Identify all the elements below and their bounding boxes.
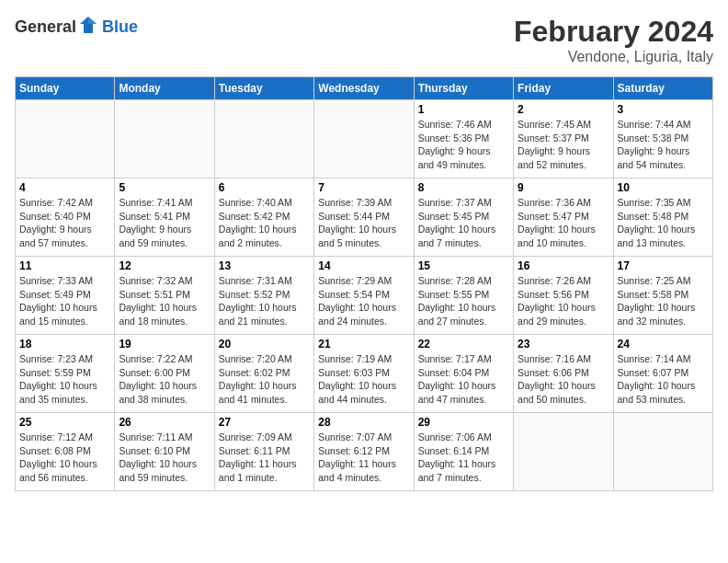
- calendar-cell: [16, 100, 115, 178]
- calendar-cell: 19Sunrise: 7:22 AMSunset: 6:00 PMDayligh…: [115, 335, 214, 413]
- calendar-week-2: 4Sunrise: 7:42 AMSunset: 5:40 PMDaylight…: [16, 178, 713, 257]
- day-info: Sunrise: 7:07 AMSunset: 6:12 PMDaylight:…: [318, 431, 409, 485]
- day-info: Sunrise: 7:17 AMSunset: 6:04 PMDaylight:…: [418, 352, 509, 407]
- calendar-cell: 27Sunrise: 7:09 AMSunset: 6:11 PMDayligh…: [214, 413, 313, 491]
- day-info: Sunrise: 7:06 AMSunset: 6:14 PMDaylight:…: [418, 431, 509, 485]
- month-title: February 2024: [514, 15, 713, 49]
- calendar-cell: 26Sunrise: 7:11 AMSunset: 6:10 PMDayligh…: [115, 413, 214, 491]
- day-info: Sunrise: 7:09 AMSunset: 6:11 PMDaylight:…: [219, 431, 310, 485]
- calendar-cell: 29Sunrise: 7:06 AMSunset: 6:14 PMDayligh…: [414, 413, 513, 491]
- weekday-header-saturday: Saturday: [613, 77, 712, 100]
- day-info: Sunrise: 7:25 AMSunset: 5:58 PMDaylight:…: [618, 274, 709, 328]
- weekday-header-row: SundayMondayTuesdayWednesdayThursdayFrid…: [16, 77, 713, 100]
- day-number: 7: [318, 181, 409, 194]
- day-info: Sunrise: 7:45 AMSunset: 5:37 PMDaylight:…: [518, 118, 609, 172]
- day-number: 25: [19, 416, 110, 429]
- day-number: 14: [318, 259, 409, 272]
- day-number: 1: [418, 103, 509, 116]
- calendar-table: SundayMondayTuesdayWednesdayThursdayFrid…: [15, 76, 713, 491]
- day-info: Sunrise: 7:19 AMSunset: 6:03 PMDaylight:…: [318, 352, 409, 407]
- calendar-cell: 11Sunrise: 7:33 AMSunset: 5:49 PMDayligh…: [16, 257, 115, 335]
- day-number: 11: [19, 259, 110, 272]
- svg-marker-1: [88, 17, 97, 24]
- calendar-cell: 24Sunrise: 7:14 AMSunset: 6:07 PMDayligh…: [613, 335, 712, 413]
- weekday-header-thursday: Thursday: [414, 77, 513, 100]
- logo-icon: [78, 15, 98, 39]
- calendar-cell: [214, 100, 313, 178]
- day-info: Sunrise: 7:46 AMSunset: 5:36 PMDaylight:…: [418, 118, 509, 172]
- calendar-cell: [514, 413, 613, 491]
- calendar-week-5: 25Sunrise: 7:12 AMSunset: 6:08 PMDayligh…: [16, 413, 713, 491]
- calendar-week-3: 11Sunrise: 7:33 AMSunset: 5:49 PMDayligh…: [16, 257, 713, 335]
- calendar-cell: 4Sunrise: 7:42 AMSunset: 5:40 PMDaylight…: [16, 178, 115, 257]
- day-info: Sunrise: 7:14 AMSunset: 6:07 PMDaylight:…: [618, 352, 709, 407]
- day-number: 23: [518, 338, 609, 350]
- day-number: 18: [19, 338, 110, 350]
- calendar-cell: 16Sunrise: 7:26 AMSunset: 5:56 PMDayligh…: [514, 257, 613, 335]
- day-info: Sunrise: 7:26 AMSunset: 5:56 PMDaylight:…: [518, 274, 609, 328]
- day-number: 20: [219, 338, 310, 350]
- day-number: 17: [618, 259, 709, 272]
- calendar-cell: 22Sunrise: 7:17 AMSunset: 6:04 PMDayligh…: [414, 335, 513, 413]
- calendar-cell: 18Sunrise: 7:23 AMSunset: 5:59 PMDayligh…: [16, 335, 115, 413]
- logo-blue: Blue: [102, 17, 138, 37]
- day-info: Sunrise: 7:41 AMSunset: 5:41 PMDaylight:…: [119, 196, 210, 250]
- calendar-cell: 28Sunrise: 7:07 AMSunset: 6:12 PMDayligh…: [314, 413, 414, 491]
- day-info: Sunrise: 7:40 AMSunset: 5:42 PMDaylight:…: [219, 196, 310, 250]
- location-subtitle: Vendone, Liguria, Italy: [514, 49, 713, 65]
- day-info: Sunrise: 7:36 AMSunset: 5:47 PMDaylight:…: [518, 196, 609, 250]
- calendar-cell: [613, 413, 712, 491]
- day-number: 8: [418, 181, 509, 194]
- weekday-header-sunday: Sunday: [16, 77, 115, 100]
- day-info: Sunrise: 7:29 AMSunset: 5:54 PMDaylight:…: [318, 274, 409, 328]
- logo-general: General: [15, 17, 76, 37]
- day-number: 15: [418, 259, 509, 272]
- day-number: 19: [119, 338, 210, 350]
- calendar-cell: [314, 100, 414, 178]
- day-info: Sunrise: 7:11 AMSunset: 6:10 PMDaylight:…: [119, 431, 210, 485]
- weekday-header-tuesday: Tuesday: [214, 77, 313, 100]
- weekday-header-monday: Monday: [115, 77, 214, 100]
- calendar-cell: 21Sunrise: 7:19 AMSunset: 6:03 PMDayligh…: [314, 335, 414, 413]
- day-info: Sunrise: 7:33 AMSunset: 5:49 PMDaylight:…: [19, 274, 110, 328]
- day-info: Sunrise: 7:39 AMSunset: 5:44 PMDaylight:…: [318, 196, 409, 250]
- calendar-week-1: 1Sunrise: 7:46 AMSunset: 5:36 PMDaylight…: [16, 100, 713, 178]
- day-info: Sunrise: 7:35 AMSunset: 5:48 PMDaylight:…: [618, 196, 709, 250]
- calendar-cell: 25Sunrise: 7:12 AMSunset: 6:08 PMDayligh…: [16, 413, 115, 491]
- day-info: Sunrise: 7:20 AMSunset: 6:02 PMDaylight:…: [219, 352, 310, 407]
- day-info: Sunrise: 7:44 AMSunset: 5:38 PMDaylight:…: [618, 118, 709, 172]
- title-block: February 2024 Vendone, Liguria, Italy: [514, 15, 713, 65]
- calendar-cell: 23Sunrise: 7:16 AMSunset: 6:06 PMDayligh…: [514, 335, 613, 413]
- day-number: 6: [219, 181, 310, 194]
- day-number: 2: [518, 103, 609, 116]
- day-info: Sunrise: 7:23 AMSunset: 5:59 PMDaylight:…: [19, 352, 110, 407]
- day-number: 16: [518, 259, 609, 272]
- day-info: Sunrise: 7:37 AMSunset: 5:45 PMDaylight:…: [418, 196, 509, 250]
- day-number: 21: [318, 338, 409, 350]
- calendar-cell: 6Sunrise: 7:40 AMSunset: 5:42 PMDaylight…: [214, 178, 313, 257]
- day-number: 12: [119, 259, 210, 272]
- calendar-cell: 12Sunrise: 7:32 AMSunset: 5:51 PMDayligh…: [115, 257, 214, 335]
- calendar-cell: 20Sunrise: 7:20 AMSunset: 6:02 PMDayligh…: [214, 335, 313, 413]
- day-number: 3: [618, 103, 709, 116]
- day-number: 29: [418, 416, 509, 429]
- day-info: Sunrise: 7:12 AMSunset: 6:08 PMDaylight:…: [19, 431, 110, 485]
- weekday-header-friday: Friday: [514, 77, 613, 100]
- weekday-header-wednesday: Wednesday: [314, 77, 414, 100]
- day-info: Sunrise: 7:22 AMSunset: 6:00 PMDaylight:…: [119, 352, 210, 407]
- calendar-cell: 8Sunrise: 7:37 AMSunset: 5:45 PMDaylight…: [414, 178, 513, 257]
- day-info: Sunrise: 7:32 AMSunset: 5:51 PMDaylight:…: [119, 274, 210, 328]
- calendar-cell: 14Sunrise: 7:29 AMSunset: 5:54 PMDayligh…: [314, 257, 414, 335]
- calendar-cell: 3Sunrise: 7:44 AMSunset: 5:38 PMDaylight…: [613, 100, 712, 178]
- day-info: Sunrise: 7:28 AMSunset: 5:55 PMDaylight:…: [418, 274, 509, 328]
- logo: General Blue: [15, 15, 138, 39]
- day-number: 13: [219, 259, 310, 272]
- calendar-cell: 5Sunrise: 7:41 AMSunset: 5:41 PMDaylight…: [115, 178, 214, 257]
- day-info: Sunrise: 7:42 AMSunset: 5:40 PMDaylight:…: [19, 196, 110, 250]
- calendar-cell: 15Sunrise: 7:28 AMSunset: 5:55 PMDayligh…: [414, 257, 513, 335]
- day-number: 10: [618, 181, 709, 194]
- calendar-cell: 17Sunrise: 7:25 AMSunset: 5:58 PMDayligh…: [613, 257, 712, 335]
- day-number: 28: [318, 416, 409, 429]
- day-number: 22: [418, 338, 509, 350]
- day-number: 5: [119, 181, 210, 194]
